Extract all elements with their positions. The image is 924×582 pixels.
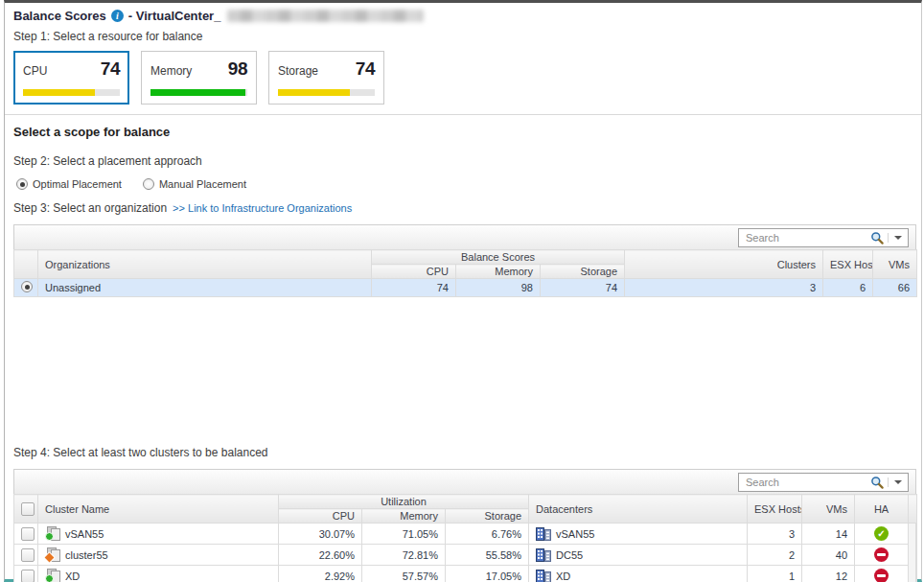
cluster-memory-cell: 72.81% (362, 545, 446, 566)
column-header-organizations[interactable]: Organizations (38, 250, 372, 279)
cluster-cpu-cell: 30.07% (279, 524, 362, 545)
column-header-ha[interactable]: HA (855, 495, 909, 524)
cluster-table-row[interactable]: cluster55 22.60% 72.81% 55.58% (14, 545, 917, 566)
score-bar-track (150, 89, 247, 96)
org-search-input[interactable] (744, 231, 870, 244)
row-checkbox[interactable] (21, 570, 35, 582)
spacer (13, 297, 911, 440)
cluster-storage-cell: 6.76% (446, 524, 529, 545)
search-options-button[interactable] (888, 477, 904, 487)
cluster-storage-cell: 17.05% (446, 566, 529, 582)
cluster-table-row[interactable]: vSAN55 30.07% 71.05% 6.76% (14, 524, 917, 545)
cluster-table-row[interactable]: XD 2.92% 57.57% 17.05% (14, 566, 917, 582)
cluster-esx-hosts-cell: 1 (748, 566, 802, 582)
cluster-table-toolbar (13, 469, 916, 494)
step3-label: Step 3: Select an organization (13, 201, 167, 215)
cluster-vms-cell: 14 (802, 524, 855, 545)
cluster-vms-cell: 12 (802, 566, 855, 582)
info-icon[interactable]: i (111, 10, 124, 22)
column-header-datacenters[interactable]: Datacenters (529, 495, 748, 524)
cluster-name: vSAN55 (65, 528, 104, 540)
cluster-status-badge (45, 532, 54, 541)
cluster-esx-hosts-cell: 3 (748, 524, 802, 545)
radio-label: Manual Placement (159, 178, 246, 190)
datacenter-name: XD (556, 570, 570, 582)
cluster-icon (45, 547, 60, 562)
infrastructure-organizations-link[interactable]: >> Link to Infrastructure Organizations (173, 202, 352, 214)
org-storage-cell: 74 (541, 279, 625, 297)
resource-card-storage[interactable]: Storage 74 (268, 51, 384, 105)
datacenter-icon (536, 570, 551, 582)
org-search-box[interactable] (738, 228, 909, 247)
clusters-table: Cluster Name Utilization Datacenters ESX… (13, 494, 917, 582)
chevron-down-icon (894, 480, 902, 484)
select-all-checkbox[interactable] (21, 502, 35, 516)
column-header-vms[interactable]: VMs (802, 495, 855, 524)
radio-manual-placement[interactable]: Manual Placement (143, 178, 246, 190)
card-value: 98 (228, 58, 247, 80)
vertical-scrollbar[interactable] (915, 524, 916, 582)
search-icon[interactable] (870, 231, 884, 244)
cluster-search-box[interactable] (738, 473, 909, 492)
score-bar-track (278, 89, 375, 96)
organizations-table: Organizations Balance Scores Clusters ES… (13, 249, 917, 297)
org-select-column-header (14, 250, 38, 279)
page-title-suffix: - VirtualCenter_ (128, 9, 221, 23)
radio-icon[interactable] (16, 178, 28, 190)
step2-label: Step 2: Select a placement approach (13, 154, 911, 168)
step4-label: Step 4: Select at least two clusters to … (13, 446, 911, 459)
datacenter-name: vSAN55 (556, 528, 594, 540)
column-header-memory[interactable]: Memory (362, 509, 446, 524)
scrollbar-header (909, 495, 917, 524)
column-header-cpu[interactable]: CPU (372, 265, 456, 279)
cluster-icon (45, 526, 60, 541)
column-header-esx-hosts[interactable]: ESX Hosts (748, 495, 802, 524)
redacted-vcenter-name (227, 10, 424, 22)
card-label: Memory (150, 64, 192, 78)
card-value: 74 (101, 58, 120, 80)
row-checkbox[interactable] (21, 548, 35, 562)
cluster-icon (45, 569, 60, 582)
column-header-cluster-name[interactable]: Cluster Name (38, 495, 279, 524)
section-divider (5, 114, 921, 115)
datacenter-icon (536, 527, 551, 541)
org-name-cell: Unassigned (38, 279, 372, 297)
balance-scores-panel: Balance Scores i - VirtualCenter_ Step 1… (4, 0, 922, 582)
column-group-utilization: Utilization (279, 495, 529, 509)
datacenter-icon (536, 548, 551, 562)
column-header-memory[interactable]: Memory (456, 265, 541, 279)
resource-card-memory[interactable]: Memory 98 (141, 51, 257, 105)
org-cpu-cell: 74 (372, 279, 456, 297)
column-header-esx-hosts[interactable]: ESX Hosts (823, 250, 873, 279)
column-header-cpu[interactable]: CPU (279, 509, 362, 524)
radio-icon[interactable] (143, 178, 154, 190)
card-label: Storage (278, 64, 318, 78)
radio-label: Optimal Placement (33, 178, 122, 190)
radio-optimal-placement[interactable]: Optimal Placement (16, 178, 122, 190)
score-bar-track (23, 89, 120, 96)
cluster-memory-cell: 57.57% (362, 566, 446, 582)
card-value: 74 (356, 58, 375, 80)
select-all-header (14, 495, 38, 524)
column-header-clusters[interactable]: Clusters (625, 250, 823, 279)
cluster-search-input[interactable] (744, 476, 870, 489)
ha-status-icon (874, 569, 889, 582)
search-icon[interactable] (870, 476, 884, 489)
resource-card-cpu[interactable]: CPU 74 (13, 51, 129, 105)
org-table-row[interactable]: Unassigned 74 98 74 3 6 66 (14, 279, 917, 297)
column-header-storage[interactable]: Storage (446, 509, 529, 524)
search-options-button[interactable] (888, 233, 904, 243)
org-clusters-cell: 3 (625, 279, 823, 297)
row-select-radio[interactable] (21, 281, 33, 292)
column-header-vms[interactable]: VMs (873, 250, 917, 279)
cluster-name: XD (65, 570, 80, 582)
org-table-toolbar (13, 224, 916, 249)
score-bar-fill (23, 89, 95, 96)
org-esx-hosts-cell: 6 (823, 279, 873, 297)
ha-status-icon (874, 547, 889, 562)
score-bar-fill (278, 89, 350, 96)
column-header-storage[interactable]: Storage (541, 265, 625, 279)
row-checkbox[interactable] (21, 527, 35, 541)
cluster-memory-cell: 71.05% (362, 524, 446, 545)
cluster-cpu-cell: 22.60% (279, 545, 362, 566)
